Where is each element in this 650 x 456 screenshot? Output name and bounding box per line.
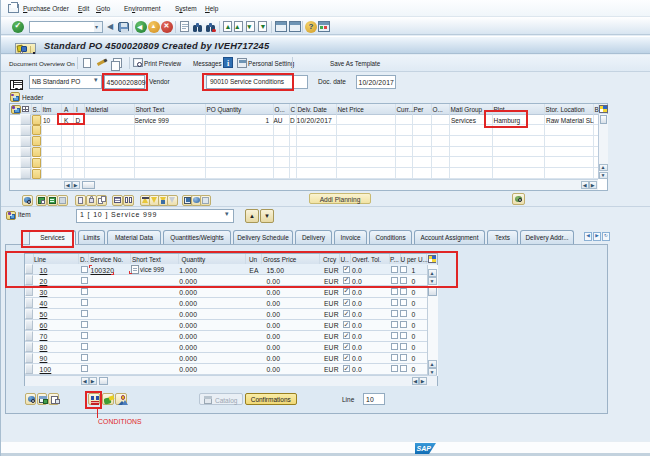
svg-text:SAP: SAP	[417, 445, 432, 452]
